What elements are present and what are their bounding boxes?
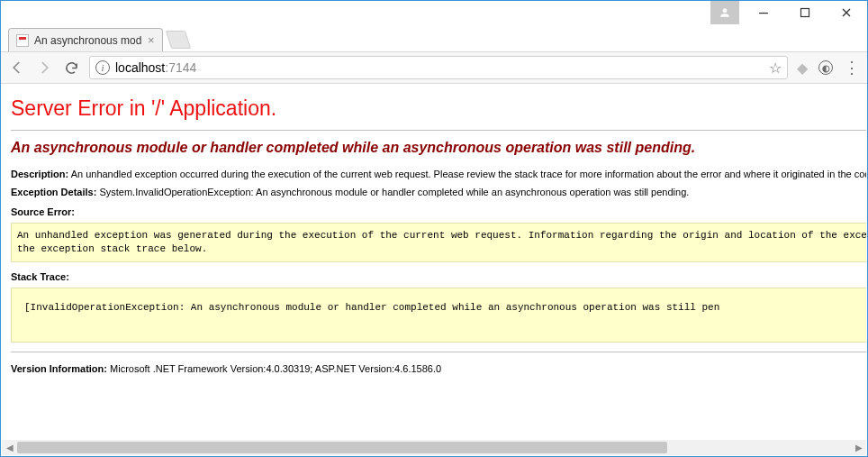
drive-extension-icon[interactable]: ◆ (797, 59, 808, 77)
page-title: Server Error in '/' Application. (11, 96, 866, 121)
new-tab-button[interactable] (165, 31, 190, 49)
url-text: localhost:7144 (115, 60, 196, 75)
exception-section: Exception Details: System.InvalidOperati… (11, 187, 866, 197)
svg-rect-0 (759, 13, 768, 14)
source-error-box: An unhandled exception was generated dur… (11, 223, 866, 262)
browser-tab[interactable]: An asynchronous modul × (8, 28, 163, 51)
back-button[interactable] (8, 59, 26, 76)
bookmark-star-icon[interactable]: ☆ (769, 59, 782, 77)
tab-favicon (16, 34, 29, 47)
url-host: localhost (115, 60, 165, 75)
address-bar[interactable]: i localhost:7144 ☆ (89, 56, 788, 79)
chrome-menu-icon[interactable]: ⋮ (844, 58, 860, 78)
window-close-button[interactable] (826, 1, 867, 24)
tab-close-icon[interactable]: × (148, 34, 155, 46)
exception-text: System.InvalidOperationException: An asy… (99, 187, 689, 197)
tab-title: An asynchronous modul (34, 34, 142, 47)
version-text: Microsoft .NET Framework Version:4.0.303… (110, 363, 441, 374)
description-text: An unhandled exception occurred during t… (71, 169, 866, 179)
reload-button[interactable] (62, 60, 80, 76)
window-minimize-button[interactable] (743, 1, 784, 24)
page-viewport: Server Error in '/' Application. An asyn… (2, 84, 866, 440)
site-info-icon[interactable]: i (95, 60, 110, 75)
stack-trace-label: Stack Trace: (11, 271, 866, 282)
tab-strip: An asynchronous modul × (1, 24, 867, 51)
scroll-left-button[interactable]: ◀ (2, 440, 17, 455)
horizontal-scrollbar[interactable]: ◀ ▶ (2, 440, 866, 455)
exception-label: Exception Details: (11, 187, 96, 197)
description-label: Description: (11, 169, 68, 179)
window-maximize-button[interactable] (784, 1, 826, 24)
source-error-label: Source Error: (11, 206, 866, 217)
stack-trace-box: [InvalidOperationException: An asynchron… (11, 288, 866, 343)
circle-extension-icon[interactable]: ◐ (818, 60, 833, 75)
forward-button[interactable] (35, 59, 53, 76)
description-section: Description: An unhandled exception occu… (11, 169, 866, 179)
extension-area: ◆ ◐ ⋮ (797, 58, 860, 78)
toolbar: i localhost:7144 ☆ ◆ ◐ ⋮ (1, 51, 867, 84)
divider-2 (11, 352, 866, 352)
url-port: :7144 (165, 60, 196, 75)
scroll-thumb[interactable] (17, 442, 667, 453)
window-titlebar (1, 1, 867, 24)
svg-rect-1 (801, 9, 809, 17)
error-page: Server Error in '/' Application. An asyn… (2, 84, 866, 401)
divider (11, 130, 866, 131)
error-subtitle: An asynchronous module or handler comple… (11, 140, 866, 156)
scroll-right-button[interactable]: ▶ (851, 440, 866, 455)
version-label: Version Information: (11, 363, 107, 374)
scroll-track[interactable] (17, 440, 851, 455)
chrome-user-button[interactable] (710, 1, 739, 24)
version-section: Version Information: Microsoft .NET Fram… (11, 363, 866, 374)
